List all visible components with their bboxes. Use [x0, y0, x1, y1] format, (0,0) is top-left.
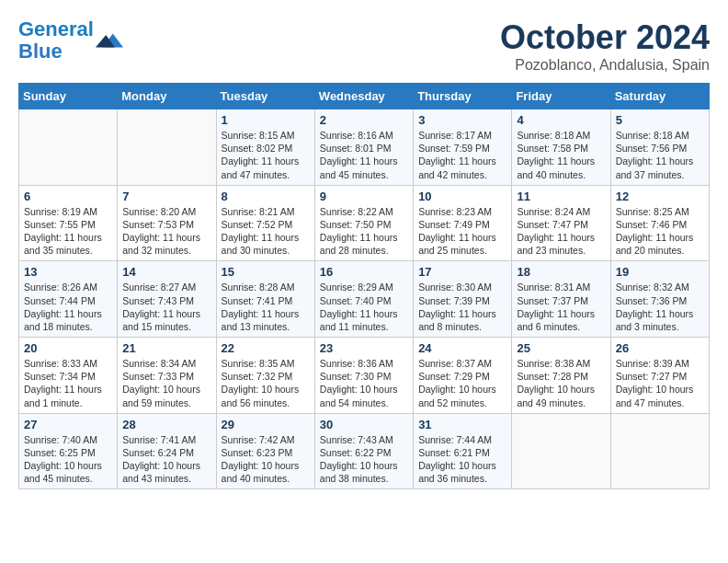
day-number: 1 — [222, 113, 310, 127]
calendar-cell: 8Sunrise: 8:21 AM Sunset: 7:52 PM Daylig… — [216, 185, 314, 261]
day-info: Sunrise: 8:37 AM Sunset: 7:29 PM Dayligh… — [418, 357, 506, 409]
day-number: 5 — [616, 113, 704, 127]
calendar-cell: 11Sunrise: 8:24 AM Sunset: 7:47 PM Dayli… — [512, 185, 610, 261]
day-info: Sunrise: 8:16 AM Sunset: 8:01 PM Dayligh… — [320, 129, 408, 181]
day-number: 4 — [517, 113, 605, 127]
calendar-cell: 7Sunrise: 8:20 AM Sunset: 7:53 PM Daylig… — [118, 185, 216, 261]
day-info: Sunrise: 8:25 AM Sunset: 7:46 PM Dayligh… — [616, 205, 704, 258]
calendar-cell: 2Sunrise: 8:16 AM Sunset: 8:01 PM Daylig… — [314, 109, 413, 186]
day-info: Sunrise: 8:36 AM Sunset: 7:30 PM Dayligh… — [320, 357, 408, 409]
day-number: 6 — [24, 190, 112, 203]
calendar-cell: 6Sunrise: 8:19 AM Sunset: 7:55 PM Daylig… — [19, 185, 118, 261]
day-number: 24 — [418, 341, 506, 355]
day-number: 19 — [616, 265, 704, 279]
day-info: Sunrise: 8:33 AM Sunset: 7:34 PM Dayligh… — [24, 357, 112, 409]
logo-line1: General — [18, 17, 94, 40]
day-info: Sunrise: 8:18 AM Sunset: 7:58 PM Dayligh… — [517, 129, 605, 181]
day-number: 2 — [320, 113, 408, 127]
day-info: Sunrise: 8:15 AM Sunset: 8:02 PM Dayligh… — [222, 129, 310, 181]
calendar-cell: 9Sunrise: 8:22 AM Sunset: 7:50 PM Daylig… — [314, 185, 413, 261]
calendar-cell: 27Sunrise: 7:40 AM Sunset: 6:25 PM Dayli… — [19, 413, 118, 489]
weekday-header: Friday — [512, 84, 610, 109]
calendar-cell: 31Sunrise: 7:44 AM Sunset: 6:21 PM Dayli… — [414, 413, 512, 489]
calendar-cell: 21Sunrise: 8:34 AM Sunset: 7:33 PM Dayli… — [118, 338, 216, 414]
weekday-header: Sunday — [19, 84, 118, 109]
calendar-cell: 10Sunrise: 8:23 AM Sunset: 7:49 PM Dayli… — [414, 185, 512, 261]
calendar-header: SundayMondayTuesdayWednesdayThursdayFrid… — [19, 84, 710, 109]
day-number: 12 — [616, 190, 704, 203]
day-info: Sunrise: 7:41 AM Sunset: 6:24 PM Dayligh… — [122, 433, 210, 486]
calendar-cell: 1Sunrise: 8:15 AM Sunset: 8:02 PM Daylig… — [216, 109, 314, 186]
day-info: Sunrise: 8:17 AM Sunset: 7:59 PM Dayligh… — [418, 129, 506, 181]
day-number: 7 — [122, 190, 210, 203]
day-info: Sunrise: 8:19 AM Sunset: 7:55 PM Dayligh… — [24, 205, 112, 258]
logo-line2: Blue — [18, 40, 63, 63]
day-info: Sunrise: 8:39 AM Sunset: 7:27 PM Dayligh… — [616, 357, 704, 409]
day-number: 22 — [222, 341, 310, 355]
day-info: Sunrise: 8:27 AM Sunset: 7:43 PM Dayligh… — [122, 281, 210, 333]
day-info: Sunrise: 7:40 AM Sunset: 6:25 PM Dayligh… — [24, 433, 112, 486]
day-info: Sunrise: 8:24 AM Sunset: 7:47 PM Dayligh… — [517, 205, 605, 258]
day-info: Sunrise: 8:26 AM Sunset: 7:44 PM Dayligh… — [24, 281, 112, 333]
day-info: Sunrise: 7:43 AM Sunset: 6:22 PM Dayligh… — [320, 433, 408, 486]
day-number: 20 — [24, 341, 112, 355]
calendar-cell: 5Sunrise: 8:18 AM Sunset: 7:56 PM Daylig… — [610, 109, 709, 186]
day-number: 27 — [24, 418, 112, 431]
calendar-cell: 16Sunrise: 8:29 AM Sunset: 7:40 PM Dayli… — [314, 261, 413, 338]
day-info: Sunrise: 8:18 AM Sunset: 7:56 PM Dayligh… — [616, 129, 704, 181]
calendar-cell: 26Sunrise: 8:39 AM Sunset: 7:27 PM Dayli… — [610, 338, 709, 414]
calendar-cell — [512, 413, 610, 489]
weekday-header: Wednesday — [314, 84, 413, 109]
title-block: October 2024 Pozoblanco, Andalusia, Spai… — [500, 18, 710, 74]
day-number: 21 — [122, 341, 210, 355]
day-number: 26 — [616, 341, 704, 355]
day-number: 30 — [320, 418, 408, 431]
day-number: 23 — [320, 341, 408, 355]
day-number: 11 — [517, 190, 605, 203]
day-number: 3 — [418, 113, 506, 127]
day-info: Sunrise: 8:29 AM Sunset: 7:40 PM Dayligh… — [320, 281, 408, 333]
day-info: Sunrise: 8:35 AM Sunset: 7:32 PM Dayligh… — [222, 357, 310, 409]
day-number: 31 — [418, 418, 506, 431]
calendar-cell: 24Sunrise: 8:37 AM Sunset: 7:29 PM Dayli… — [414, 338, 512, 414]
day-info: Sunrise: 7:44 AM Sunset: 6:21 PM Dayligh… — [418, 433, 506, 486]
calendar-cell: 17Sunrise: 8:30 AM Sunset: 7:39 PM Dayli… — [414, 261, 512, 338]
day-number: 8 — [222, 190, 310, 203]
location: Pozoblanco, Andalusia, Spain — [500, 57, 710, 74]
calendar-cell: 30Sunrise: 7:43 AM Sunset: 6:22 PM Dayli… — [314, 413, 413, 489]
calendar-cell: 22Sunrise: 8:35 AM Sunset: 7:32 PM Dayli… — [216, 338, 314, 414]
day-number: 18 — [517, 265, 605, 279]
day-number: 17 — [418, 265, 506, 279]
calendar-cell: 13Sunrise: 8:26 AM Sunset: 7:44 PM Dayli… — [19, 261, 118, 338]
day-number: 29 — [222, 418, 310, 431]
day-info: Sunrise: 8:20 AM Sunset: 7:53 PM Dayligh… — [122, 205, 210, 258]
day-info: Sunrise: 8:22 AM Sunset: 7:50 PM Dayligh… — [320, 205, 408, 258]
day-number: 16 — [320, 265, 408, 279]
day-info: Sunrise: 7:42 AM Sunset: 6:23 PM Dayligh… — [222, 433, 310, 486]
calendar-table: SundayMondayTuesdayWednesdayThursdayFrid… — [18, 83, 710, 489]
logo-icon — [96, 27, 123, 54]
day-info: Sunrise: 8:31 AM Sunset: 7:37 PM Dayligh… — [517, 281, 605, 333]
day-info: Sunrise: 8:30 AM Sunset: 7:39 PM Dayligh… — [418, 281, 506, 333]
calendar-cell — [19, 109, 118, 186]
day-number: 9 — [320, 190, 408, 203]
day-info: Sunrise: 8:34 AM Sunset: 7:33 PM Dayligh… — [122, 357, 210, 409]
day-info: Sunrise: 8:23 AM Sunset: 7:49 PM Dayligh… — [418, 205, 506, 258]
calendar-cell: 28Sunrise: 7:41 AM Sunset: 6:24 PM Dayli… — [118, 413, 216, 489]
calendar-cell: 4Sunrise: 8:18 AM Sunset: 7:58 PM Daylig… — [512, 109, 610, 186]
day-number: 15 — [222, 265, 310, 279]
day-number: 25 — [517, 341, 605, 355]
weekday-header: Monday — [118, 84, 216, 109]
day-info: Sunrise: 8:21 AM Sunset: 7:52 PM Dayligh… — [222, 205, 310, 258]
calendar-cell — [610, 413, 709, 489]
day-info: Sunrise: 8:32 AM Sunset: 7:36 PM Dayligh… — [616, 281, 704, 333]
calendar-cell: 19Sunrise: 8:32 AM Sunset: 7:36 PM Dayli… — [610, 261, 709, 338]
calendar-cell — [118, 109, 216, 186]
day-number: 10 — [418, 190, 506, 203]
calendar-cell: 3Sunrise: 8:17 AM Sunset: 7:59 PM Daylig… — [414, 109, 512, 186]
day-info: Sunrise: 8:28 AM Sunset: 7:41 PM Dayligh… — [222, 281, 310, 333]
month-title: October 2024 — [500, 18, 710, 57]
weekday-header: Saturday — [610, 84, 709, 109]
calendar-cell: 15Sunrise: 8:28 AM Sunset: 7:41 PM Dayli… — [216, 261, 314, 338]
calendar-cell: 20Sunrise: 8:33 AM Sunset: 7:34 PM Dayli… — [19, 338, 118, 414]
